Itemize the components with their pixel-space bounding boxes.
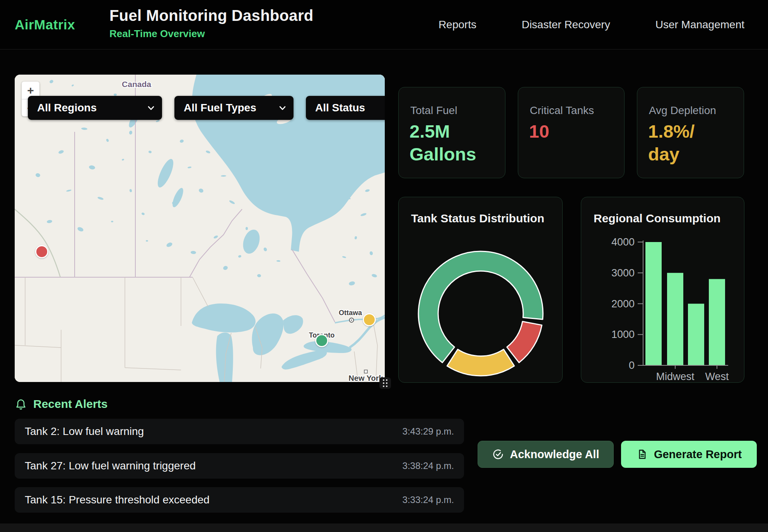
status-filter-value: All Status [315, 102, 365, 114]
tank-status-donut-chart [399, 197, 562, 382]
nav-item-reports[interactable]: Reports [439, 19, 476, 31]
fuel-type-filter-select[interactable]: All Fuel Types [174, 96, 294, 120]
alert-text: Tank 2: Low fuel warning [25, 425, 144, 438]
map-label-new-york: New York [348, 374, 383, 382]
acknowledge-all-label: Acknowledge All [510, 448, 599, 461]
document-icon [636, 448, 648, 460]
chevron-down-icon [148, 106, 154, 110]
map-marker-warning[interactable] [363, 313, 376, 326]
stat-label: Total Fuel [410, 104, 457, 117]
stat-value-total-fuel: 2.5M Gallons [410, 120, 491, 165]
alert-time: 3:38:24 p.m. [403, 460, 454, 471]
status-filter-select[interactable]: All Status [306, 96, 385, 120]
bell-icon [15, 398, 27, 410]
alert-row: Tank 15: Pressure threshold exceeded 3:3… [15, 487, 464, 513]
regional-consumption-card: Regional Consumption 01000200030004000Mi… [581, 197, 744, 383]
check-circle-icon [492, 448, 504, 460]
svg-text:3000: 3000 [611, 267, 635, 279]
stat-card-critical-tanks: Critical Tanks 10 [518, 87, 625, 178]
map-attribution-grip-icon[interactable] [379, 377, 391, 389]
nav-item-disaster-recovery[interactable]: Disaster Recovery [522, 19, 610, 31]
svg-text:2000: 2000 [611, 298, 635, 310]
map-town-ottawa-dot [351, 319, 352, 321]
region-filter-select[interactable]: All Regions [28, 96, 162, 120]
alert-time: 3:33:24 p.m. [403, 494, 454, 505]
stat-label: Avg Depletion [649, 104, 716, 117]
stat-card-total-fuel: Total Fuel 2.5M Gallons [398, 87, 505, 178]
header-titles: Fuel Monitoring Dashboard Real-Time Over… [109, 7, 313, 40]
map-label-canada: Canada [122, 80, 151, 89]
top-nav: Reports Disaster Recovery User Managemen… [439, 0, 744, 49]
recent-alerts-title: Recent Alerts [33, 397, 108, 411]
generate-report-label: Generate Report [654, 448, 742, 461]
stat-card-avg-depletion: Avg Depletion 1.8%/ day [637, 87, 744, 178]
map-marker-normal[interactable] [315, 334, 328, 347]
alert-time: 3:43:29 p.m. [403, 426, 454, 437]
recent-alerts-header: Recent Alerts [15, 397, 108, 411]
acknowledge-all-button[interactable]: Acknowledge All [478, 441, 614, 468]
stat-label: Critical Tanks [530, 104, 594, 117]
svg-text:0: 0 [629, 360, 635, 371]
map-filters: All Regions All Fuel Types All Status [28, 96, 385, 120]
svg-text:4000: 4000 [611, 236, 635, 248]
svg-text:Midwest: Midwest [656, 371, 695, 382]
map-label-ottawa: Ottawa [339, 309, 362, 317]
regional-consumption-bar-chart: 01000200030004000MidwestWest [581, 197, 744, 382]
chevron-down-icon [279, 106, 286, 110]
stat-value-avg-depletion: 1.8%/ day [648, 120, 729, 165]
footer-strip [0, 523, 768, 532]
page-title: Fuel Monitoring Dashboard [109, 7, 313, 24]
app-header: AirMatrix Fuel Monitoring Dashboard Real… [0, 0, 768, 49]
nav-item-user-management[interactable]: User Management [655, 19, 744, 31]
alert-text: Tank 27: Low fuel warning triggered [25, 460, 196, 472]
alert-row: Tank 27: Low fuel warning triggered 3:38… [15, 453, 464, 479]
stat-value-critical-tanks: 10 [529, 120, 610, 143]
tank-status-card: Tank Status Distribution [398, 197, 563, 383]
map-marker-critical[interactable] [35, 245, 48, 258]
map-canvas[interactable]: Canada Ottawa Toronto New York [15, 75, 385, 382]
svg-text:1000: 1000 [611, 329, 635, 340]
alert-text: Tank 15: Pressure threshold exceeded [25, 494, 210, 506]
dashboard-root: AirMatrix Fuel Monitoring Dashboard Real… [0, 0, 768, 532]
map-town-newyork-icon [364, 370, 367, 373]
map-panel: Canada Ottawa Toronto New York + − All R… [15, 75, 385, 382]
brand-logo: AirMatrix [15, 0, 75, 49]
fuel-type-filter-value: All Fuel Types [184, 102, 256, 114]
generate-report-button[interactable]: Generate Report [621, 441, 757, 468]
svg-text:West: West [705, 371, 729, 382]
page-subtitle: Real-Time Overview [109, 28, 313, 40]
region-filter-value: All Regions [37, 102, 97, 114]
alert-row: Tank 2: Low fuel warning 3:43:29 p.m. [15, 419, 464, 444]
